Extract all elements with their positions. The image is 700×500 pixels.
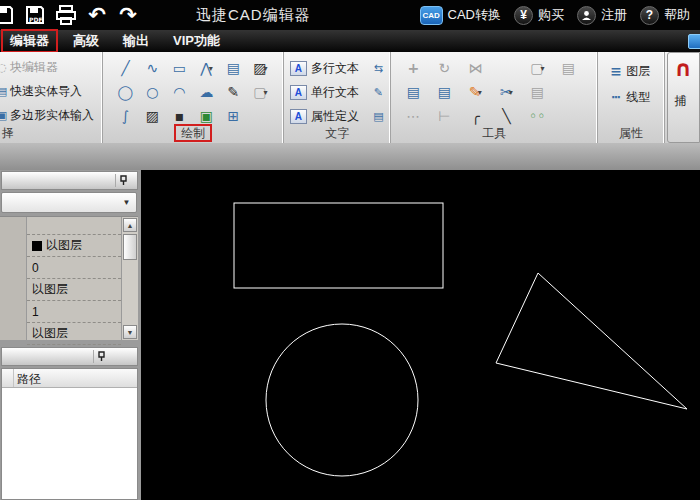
scroll-up-icon[interactable]: ▲ [123,218,137,232]
layers-label: 图层 [626,63,650,80]
save-icon[interactable] [0,3,15,27]
canvas-shapes [141,170,700,500]
properties-panel-titlebar[interactable] [1,171,138,190]
select-group-label: 择 [0,125,102,142]
tools-group-label: 工具 [391,125,597,142]
line-icon[interactable]: ╱ [113,57,137,79]
rectangle-icon[interactable]: ▭ [167,57,191,79]
undo-icon[interactable]: ↶ [86,3,108,27]
object-selector-combobox[interactable]: ▼ [1,192,137,213]
redo-icon[interactable]: ↷ [117,3,139,27]
canvas-shape-rect[interactable] [234,203,443,288]
ungroup-icon[interactable]: ▤ [525,81,549,103]
property-row[interactable]: 以图层 [27,323,121,345]
linetype-button[interactable]: ┅ 线型 [598,84,663,110]
mtext-label: 多行文本 [311,60,359,77]
register-label: 注册 [601,6,627,24]
property-row[interactable] [27,217,121,235]
linetype-label: 线型 [626,89,650,106]
help-button[interactable]: ? 帮助 [640,6,690,25]
quick-access-toolbar: PDF ↶ ↷ [0,3,139,27]
ribbon: ◌ 块编辑器 ▤ 快速实体导入 ▣ 多边形实体输入 择 ╱ ∿ ▭ ⋀▾ [0,52,700,143]
trim-icon[interactable]: ✂▾ [494,81,518,103]
left-dock: ▼ 以图层 0 以图层 1 以图层 ▲ ▼ [0,170,141,500]
menu-item-editor[interactable]: 编辑器 [1,29,58,53]
path-panel-titlebar[interactable] [1,347,138,366]
mirror-icon[interactable]: ⋈ [463,57,487,79]
attribute-define-label: 属性定义 [311,108,359,125]
mtext-button[interactable]: A 多行文本 ⇆ [284,56,390,80]
paste-icon[interactable]: ▤ [401,81,425,103]
pin-icon[interactable] [115,174,131,187]
color-swatch [32,241,42,251]
snap-button[interactable]: ∩ 捕 [667,52,700,143]
property-row[interactable]: 以图层 [27,279,121,301]
blocks-icon[interactable]: ◦◦ [525,105,549,127]
question-circle-icon: ? [640,6,659,25]
block-editor-label: 块编辑器 [10,59,58,76]
fillet-icon[interactable]: ╭ [463,105,487,127]
chevron-down-icon[interactable]: ▼ [119,195,134,210]
quick-entity-import-button[interactable]: ▤ 快速实体导入 [0,79,102,103]
cad-convert-button[interactable]: CAD CAD转换 [420,6,501,25]
layers-button[interactable]: ≡ 图层 [598,58,663,84]
register-button[interactable]: 注册 [577,6,627,25]
print-icon[interactable] [55,3,77,27]
polygon-entity-input-label: 多边形实体输入 [10,107,94,124]
move-icon[interactable]: + [401,57,425,79]
text-group-label: 文字 [284,125,390,142]
measure-icon[interactable]: ⋯ [401,105,425,127]
wipeout-icon[interactable]: ▢▾ [248,81,272,103]
dtext-button[interactable]: A 单行文本 ✎ [284,80,390,104]
circle-icon[interactable]: ○ [140,81,164,103]
path-panel: 路径 [0,346,140,500]
property-row[interactable]: 1 [27,301,121,323]
menu-item-vip[interactable]: VIP功能 [164,31,229,51]
arc-icon[interactable]: ◠ [167,81,191,103]
draw-group-label: 绘制 [174,124,212,142]
canvas-shape-ellipse[interactable] [266,324,418,476]
window-corner-icon [688,34,700,49]
mtext-icon: A [290,61,307,76]
copy-entity-icon[interactable]: ▤ [221,57,245,79]
ribbon-group-draw: ╱ ∿ ▭ ⋀▾ ▤ ▨▾ ◯ ○ ◠ ☁ ✎ ▢▾ ∫ ▨ ▪ ▣ ⊞ 绘制 [103,52,284,143]
save-pdf-icon[interactable]: PDF [24,3,46,27]
property-row[interactable]: 0 [27,257,121,279]
user-circle-icon [577,6,596,25]
scrollbar-thumb[interactable] [123,234,137,260]
marker-icon[interactable]: ✎▾ [463,81,487,103]
menu-item-output[interactable]: 输出 [114,31,158,51]
revision-cloud-icon[interactable]: ☁ [194,81,218,103]
group-icon[interactable]: ▤ [556,57,580,79]
boundary-hatch-icon[interactable]: ▨▾ [248,57,272,79]
rotate-icon[interactable]: ↻ [432,57,456,79]
property-row[interactable]: 以图层 [27,235,121,257]
note-icon[interactable]: ▤ [370,105,386,127]
canvas-shape-polygon[interactable] [496,273,687,409]
select-region-icon[interactable]: ▢▾ [525,57,549,79]
spline-icon[interactable]: ∿ [140,57,164,79]
edit-text-icon[interactable]: ✎ [370,81,386,103]
align-icon[interactable]: ⊢ [432,105,456,127]
window-title: 迅捷CAD编辑器 [196,6,311,25]
block-editor-button[interactable]: ◌ 块编辑器 [0,55,102,79]
properties-panel: ▼ 以图层 0 以图层 1 以图层 ▲ ▼ [0,170,140,342]
block-editor-icon: ◌ [0,59,10,75]
ellipse-icon[interactable]: ◯ [113,81,137,103]
path-column-header[interactable]: 路径 [14,369,41,387]
app-window: PDF ↶ ↷ 迅捷CAD编辑器 CAD CAD转换 ¥ 购买 注册 [0,0,700,500]
scroll-down-icon[interactable]: ▼ [123,325,137,339]
properties-scrollbar[interactable]: ▲ ▼ [121,217,138,340]
properties-group-label: 属性 [598,125,663,142]
polyline-icon[interactable]: ⋀▾ [194,57,218,79]
buy-button[interactable]: ¥ 购买 [514,6,564,25]
polygon-entity-input-button[interactable]: ▣ 多边形实体输入 [0,103,102,127]
paste-special-icon[interactable]: ▤ [432,81,456,103]
text-numbering-icon[interactable]: ⇆ [370,57,386,79]
chamfer-icon[interactable]: ╲ [494,105,518,127]
menu-item-advanced[interactable]: 高级 [64,31,108,51]
properties-table: 以图层 0 以图层 1 以图层 ▲ ▼ [0,216,138,340]
pin-icon[interactable] [93,350,109,363]
drawing-canvas[interactable] [141,170,700,500]
freehand-pen-icon[interactable]: ✎ [221,81,245,103]
